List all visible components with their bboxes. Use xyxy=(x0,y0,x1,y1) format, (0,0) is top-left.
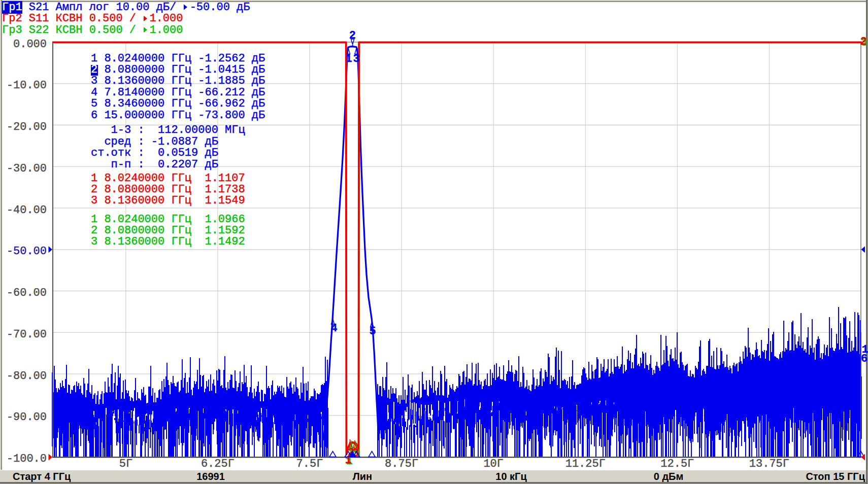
svg-text:1: 1 xyxy=(345,53,352,65)
svg-text:4: 4 xyxy=(330,322,337,335)
svg-text:2: 2 xyxy=(860,36,866,48)
svg-text:6: 6 xyxy=(861,353,867,365)
svg-text:5: 5 xyxy=(369,325,376,338)
svg-text:2: 2 xyxy=(349,29,356,42)
svg-text:3: 3 xyxy=(353,53,360,65)
